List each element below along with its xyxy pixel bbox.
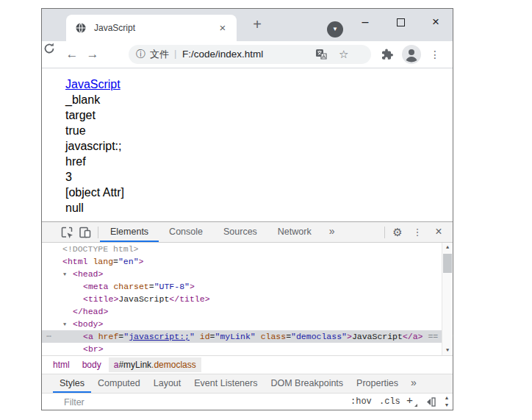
breadcrumb-item[interactable]: a#myLink.democlass	[109, 357, 201, 372]
code-token: <meta	[83, 282, 109, 291]
dom-breadcrumb: htmlbodya#myLink.democlass	[42, 355, 453, 374]
expand-arrow-icon[interactable]: ▼	[63, 268, 66, 281]
nav-toolbar: ← → ⓘ 文件 | F:/code/index.html ☆	[42, 41, 453, 68]
page-text-line: 3	[65, 169, 453, 185]
browser-tab[interactable]: JavaScript ×	[66, 15, 237, 41]
scroll-up-icon[interactable]: ▲	[442, 243, 453, 252]
code-token: <title>	[83, 294, 118, 304]
page-text-line: true	[65, 123, 453, 138]
tab-title: JavaScript	[94, 15, 135, 41]
code-token: JavaScript	[118, 294, 169, 304]
minimize-button[interactable]: –	[355, 12, 375, 32]
scroll-up-icon[interactable]: ▲	[442, 394, 452, 402]
address-bar[interactable]: ⓘ 文件 | F:/code/index.html ☆	[129, 45, 371, 64]
toggle-sidebar-icon[interactable]	[423, 396, 436, 407]
sidebar-tab-layout[interactable]: Layout	[147, 374, 188, 393]
dom-tree: <!DOCTYPE html><html lang="en">▼<head><m…	[42, 243, 453, 355]
code-token: <a	[83, 332, 93, 341]
code-token: class	[261, 332, 287, 341]
translate-icon[interactable]	[315, 49, 327, 60]
page-info-icon[interactable]: ⓘ	[136, 45, 145, 64]
browser-menu-icon[interactable]: ⋮	[429, 44, 441, 65]
back-button[interactable]: ←	[62, 44, 82, 65]
code-token: charset	[113, 282, 148, 291]
device-toolbar-icon[interactable]	[78, 225, 93, 240]
sidebar-tab-properties[interactable]: Properties	[350, 374, 405, 393]
dom-tree-row[interactable]: <meta charset="UTF-8">	[42, 280, 453, 293]
breadcrumb-item[interactable]: html	[48, 357, 75, 372]
toggle-class-button[interactable]: .cls	[379, 394, 400, 410]
dom-tree-row[interactable]: ⋯<a href="javascript:;" id="myLink" clas…	[42, 330, 453, 343]
code-token: </title>	[169, 294, 209, 304]
code-token: "UTF-8"	[154, 282, 190, 291]
more-tabs-icon[interactable]: »	[322, 222, 342, 242]
dom-tree-row[interactable]: ▼<head>	[42, 268, 453, 280]
row-overflow-dots: ⋯	[46, 330, 51, 343]
code-token: id	[200, 332, 210, 341]
page-text-line: _blank	[65, 92, 453, 107]
sidebar-tab-styles[interactable]: Styles	[53, 374, 91, 393]
forward-button[interactable]: →	[82, 44, 103, 65]
url-text[interactable]: F:/code/index.html	[182, 45, 263, 64]
devtools-menu-icon[interactable]: ⋮	[411, 222, 423, 242]
styles-scrollbar[interactable]: ▲ ▼	[442, 394, 452, 410]
code-token: "democlass"	[291, 332, 347, 341]
dom-tree-row[interactable]: <title>JavaScript</title>	[42, 293, 453, 305]
devtools-tab-sources[interactable]: Sources	[213, 222, 267, 242]
inspect-element-icon[interactable]	[60, 225, 74, 240]
scroll-down-icon[interactable]: ▼	[442, 346, 453, 355]
devtools-close-icon[interactable]: ×	[430, 222, 447, 242]
tree-scrollbar[interactable]: ▲ ▼	[442, 243, 453, 355]
code-token: >	[139, 257, 144, 266]
dom-tree-row[interactable]: ▼<body>	[42, 318, 453, 330]
new-tab-button[interactable]: +	[247, 13, 267, 37]
extensions-puzzle-icon[interactable]	[380, 47, 395, 62]
toolbar-divider	[98, 227, 98, 238]
page-text-lines: _blanktargettruejavascript:;href3[object…	[65, 92, 453, 216]
devtools-toolbar: ElementsConsoleSourcesNetwork» ⚙ ⋮ ×	[42, 222, 453, 243]
close-window-button[interactable]: ×	[425, 12, 446, 32]
sidebar-tab-event-listeners[interactable]: Event Listeners	[187, 374, 264, 393]
styles-filter-input[interactable]	[64, 395, 336, 409]
code-token: <br>	[83, 344, 104, 354]
page-text-line: href	[65, 154, 453, 169]
page-content: JavaScript _blanktargettruejavascript:;h…	[42, 68, 453, 221]
dom-tree-row[interactable]: <br>	[42, 343, 453, 355]
sidebar-tab-computed[interactable]: Computed	[91, 374, 147, 393]
crumb-token: #myLink	[118, 360, 151, 370]
tab-strip: JavaScript × + ▼ – ×	[42, 9, 453, 41]
more-sidebar-tabs-icon[interactable]: »	[405, 374, 423, 393]
breadcrumb-item[interactable]: body	[77, 357, 107, 372]
reload-button[interactable]	[42, 41, 57, 56]
toolbar-divider	[384, 227, 385, 238]
crumb-token: .democlass	[151, 360, 196, 370]
code-token: >	[347, 332, 352, 341]
devtools-tab-network[interactable]: Network	[267, 222, 322, 242]
code-token: <head>	[73, 269, 103, 279]
dom-tree-row[interactable]: <!DOCTYPE html>	[42, 243, 453, 255]
page-text-line: javascript:;	[65, 138, 453, 154]
scroll-down-icon[interactable]: ▼	[442, 402, 452, 409]
settings-gear-icon[interactable]: ⚙	[390, 222, 405, 242]
code-token: href	[98, 332, 119, 341]
new-style-rule-button[interactable]: +	[406, 394, 413, 410]
dom-tree-row[interactable]: </head>	[42, 305, 453, 318]
tab-search-button[interactable]: ▼	[327, 21, 343, 38]
code-token	[256, 332, 261, 341]
tab-close-icon[interactable]: ×	[216, 15, 229, 41]
page-text-line: [object Attr]	[65, 185, 453, 200]
devtools-tab-console[interactable]: Console	[159, 222, 213, 242]
dom-tree-row[interactable]: <html lang="en">	[42, 255, 453, 268]
toggle-hover-state-button[interactable]: :hov	[351, 394, 372, 410]
expand-arrow-icon[interactable]: ▼	[63, 318, 66, 331]
profile-avatar[interactable]	[402, 45, 421, 64]
scrollbar-thumb[interactable]	[443, 254, 452, 273]
maximize-icon	[397, 18, 405, 26]
code-token: <html	[62, 257, 88, 266]
page-link[interactable]: JavaScript	[65, 76, 121, 92]
devtools-tab-elements[interactable]: Elements	[100, 222, 159, 242]
code-token: "	[190, 332, 195, 341]
bookmark-star-icon[interactable]: ☆	[339, 45, 348, 64]
maximize-button[interactable]	[390, 12, 411, 32]
sidebar-tab-dom-breakpoints[interactable]: DOM Breakpoints	[264, 374, 350, 393]
